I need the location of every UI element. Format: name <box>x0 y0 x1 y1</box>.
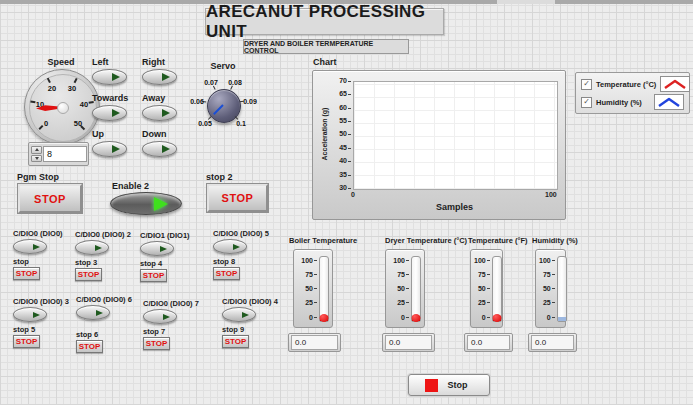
play-arrow-icon <box>162 109 170 117</box>
jog-right-label: Right <box>142 57 188 67</box>
dio-stop-button[interactable]: STOP <box>140 269 167 282</box>
tick-mark <box>406 274 409 275</box>
dio-stop-label: stop 6 <box>76 330 140 339</box>
play-arrow-icon <box>242 312 249 318</box>
speed-gauge[interactable]: 0 10 20 30 40 50 <box>24 69 100 145</box>
scale-tick-label: 50 <box>478 285 486 292</box>
tick-mark <box>348 121 351 122</box>
x-tick-label: 100 <box>545 191 557 198</box>
boiler-thermometer[interactable]: 100 75 50 25 0 <box>293 249 333 328</box>
dio-stop-button[interactable]: STOP <box>143 337 170 350</box>
thermometer-tube <box>557 256 567 322</box>
dio-stop-button[interactable]: STOP <box>13 335 40 348</box>
thermometer-bulb <box>320 314 329 322</box>
humidity-value[interactable]: 0.0 <box>531 335 574 350</box>
speed-value-field[interactable]: 8 <box>43 146 87 162</box>
chart-plot-area[interactable] <box>353 81 558 190</box>
scale-tick-label: 50 <box>397 285 405 292</box>
spinner-buttons <box>31 146 42 162</box>
stop2-label: stop 2 <box>206 172 233 182</box>
left-button[interactable] <box>92 69 127 85</box>
scale-tick-label: 100 <box>474 257 486 264</box>
temperature-f-thermometer[interactable]: 100 75 50 25 0 <box>470 249 503 328</box>
dio-channel-label: C/DIO0 (DIO0) 7 <box>143 299 207 308</box>
y-tick-label: 30 <box>339 184 347 192</box>
tick-mark <box>348 175 351 176</box>
dio-stop-button[interactable]: STOP <box>76 340 103 353</box>
play-arrow-icon <box>162 73 170 81</box>
temperature-f-value[interactable]: 0.0 <box>467 335 510 350</box>
thermometer-scale: 100 75 50 25 0 <box>539 257 555 321</box>
boiler-temperature-label: Boiler Temperature <box>289 236 344 245</box>
legend-humidity-label: Humidity (%) <box>596 98 650 107</box>
boiler-temperature-value[interactable]: 0.0 <box>291 335 338 350</box>
thermometer-scale: 100 75 50 25 0 <box>389 257 409 321</box>
speed-numeric-control[interactable]: 8 <box>28 142 89 166</box>
dio-stop-label: stop 9 <box>222 325 286 334</box>
dio-toggle-button[interactable] <box>75 240 109 255</box>
pgm-stop-button[interactable]: STOP <box>18 184 82 213</box>
dryer-temperature-value[interactable]: 0.0 <box>385 335 432 350</box>
thermometer-tube <box>319 256 329 322</box>
play-arrow-icon <box>112 145 120 153</box>
stop2-button[interactable]: STOP <box>207 184 268 212</box>
towards-button[interactable] <box>92 105 127 121</box>
away-button[interactable] <box>142 105 177 121</box>
tick-mark <box>348 161 351 162</box>
dryer-thermometer[interactable]: 100 75 50 25 0 <box>385 249 425 328</box>
humidity-line-sample[interactable] <box>654 94 684 110</box>
increment-button[interactable] <box>31 146 42 154</box>
dio-toggle-button[interactable] <box>13 307 47 322</box>
dio-toggle-button[interactable] <box>222 307 256 322</box>
chart-x-axis-label: Samples <box>353 202 556 212</box>
humidity-checkbox[interactable]: ✓ <box>581 97 592 108</box>
scale-tick-label: 50 <box>543 285 551 292</box>
dio-stop-button[interactable]: STOP <box>13 267 40 280</box>
servo-label: Servo <box>203 61 243 71</box>
down-button[interactable] <box>142 141 177 157</box>
y-tick-label: 55 <box>339 117 347 125</box>
tick-mark <box>552 274 555 275</box>
dio-toggle-button[interactable] <box>140 241 174 256</box>
gauge-tick-label: 30 <box>68 84 76 93</box>
dio-stop-label: stop 5 <box>13 325 77 334</box>
scale-tick-label: 75 <box>543 271 551 278</box>
dio-channel-label: C/DIO0 (DIO0) 6 <box>76 295 140 304</box>
knob-tick-label: 0.07 <box>204 79 218 86</box>
dio-stop-button[interactable]: STOP <box>213 267 240 280</box>
waveform-chart[interactable]: Acceleration (g) 70 65 60 55 50 45 40 35… <box>312 70 566 220</box>
tick-mark <box>348 81 351 82</box>
main-stop-button[interactable]: Stop <box>408 374 490 396</box>
y-tick-label: 70 <box>339 77 347 85</box>
right-button[interactable] <box>142 69 177 85</box>
thermometer-fill <box>558 317 566 321</box>
y-tick-label: 40 <box>339 157 347 165</box>
humidity-thermometer[interactable]: 100 75 50 25 0 <box>535 249 566 328</box>
speed-gauge-label: Speed <box>34 57 88 67</box>
up-arrow-icon <box>35 148 39 151</box>
jog-towards-label: Towards <box>92 93 138 103</box>
dio-toggle-button[interactable] <box>213 239 247 254</box>
temperature-checkbox[interactable]: ✓ <box>581 79 592 90</box>
y-tick-label: 65 <box>339 90 347 98</box>
scale-tick-label: 25 <box>543 299 551 306</box>
dio-stop-button[interactable]: STOP <box>75 268 102 281</box>
x-tick-label: 0 <box>351 191 355 198</box>
up-button[interactable] <box>92 141 127 157</box>
temperature-line-sample[interactable] <box>660 76 690 92</box>
dio-stop-button[interactable]: STOP <box>222 335 249 348</box>
enable2-switch[interactable] <box>110 192 182 215</box>
decrement-button[interactable] <box>31 155 42 163</box>
play-arrow-icon <box>162 145 170 153</box>
dio-toggle-button[interactable] <box>13 239 47 254</box>
play-arrow-icon <box>95 245 102 251</box>
knob-tick-label: 0.06 <box>190 98 204 105</box>
play-arrow-icon <box>33 244 40 250</box>
page-subtitle: DRYER AND BOILER TERMPERATURE CONTROL <box>243 39 409 54</box>
dio-toggle-button[interactable] <box>76 305 110 320</box>
scale-tick-label: 0 <box>309 314 313 321</box>
dio-toggle-button[interactable] <box>143 309 177 324</box>
scale-tick-label: 75 <box>397 271 405 278</box>
window-top-edge-gap <box>497 0 555 4</box>
jog-down-label: Down <box>142 129 188 139</box>
